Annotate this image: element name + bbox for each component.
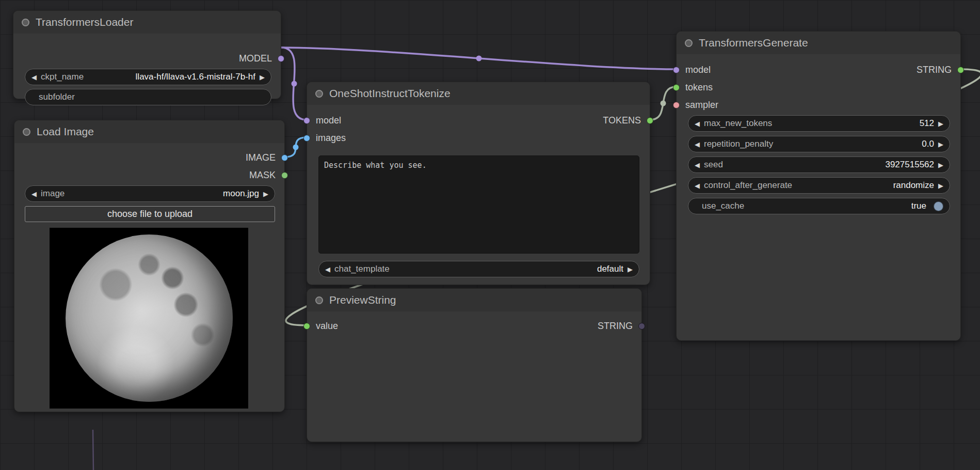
node-titlebar[interactable]: Load Image: [14, 120, 284, 143]
widget-seed[interactable]: ◀ seed 3927515562 ▶: [688, 156, 950, 173]
moon-image: [66, 234, 233, 402]
output-port-image: IMAGE: [14, 150, 284, 165]
link-midpoint-dot: [476, 56, 482, 61]
output-port-tokens: TOKENS: [307, 113, 650, 128]
output-port-model: MODEL: [13, 51, 281, 66]
collapse-dot[interactable]: [315, 296, 323, 304]
node-title: TransformersLoader: [36, 16, 133, 28]
arrow-right-icon[interactable]: ▶: [260, 73, 265, 81]
node-graph-canvas[interactable]: { "icons": { "arrow_left": "◀", "arrow_r…: [0, 0, 980, 470]
prompt-textarea[interactable]: Describe what you see.: [318, 155, 639, 254]
choose-file-button[interactable]: choose file to upload: [25, 206, 275, 222]
node-transformers-loader[interactable]: TransformersLoader MODEL ◀ ckpt_name lla…: [13, 10, 281, 99]
collapse-dot[interactable]: [315, 90, 323, 98]
widget-use-cache[interactable]: use_cache true: [688, 198, 950, 214]
node-title: TransformersGenerate: [699, 37, 808, 49]
node-load-image[interactable]: Load Image IMAGE MASK ◀ image moon.jpg ▶…: [14, 120, 285, 412]
port-dot-images-input[interactable]: [303, 135, 310, 142]
output-port-mask: MASK: [14, 167, 284, 183]
widget-control-after-generate[interactable]: ◀ control_after_generate randomize ▶: [688, 177, 950, 194]
output-port-string: STRING: [307, 318, 641, 334]
widget-ckpt-name[interactable]: ◀ ckpt_name llava-hf/llava-v1.6-mistral-…: [25, 69, 271, 85]
widget-chat-template[interactable]: ◀ chat_template default ▶: [318, 261, 639, 277]
collapse-dot[interactable]: [685, 39, 693, 47]
input-port-sampler: sampler: [677, 97, 960, 113]
widget-max-new-tokens[interactable]: ◀ max_new_tokens 512 ▶: [688, 115, 950, 132]
node-title: Load Image: [37, 126, 94, 138]
widget-repetition-penalty[interactable]: ◀ repetition_penalty 0.0 ▶: [688, 136, 950, 152]
arrow-right-icon[interactable]: ▶: [938, 120, 943, 128]
port-dot-tokens-output[interactable]: [647, 117, 653, 124]
port-dot-model-output[interactable]: [278, 55, 284, 62]
wire-stray: [93, 430, 93, 470]
arrow-right-icon[interactable]: ▶: [628, 265, 633, 273]
arrow-left-icon[interactable]: ◀: [695, 161, 700, 169]
input-port-images: images: [307, 130, 650, 146]
arrow-right-icon[interactable]: ▶: [263, 190, 268, 198]
link-midpoint-dot: [293, 145, 299, 150]
node-titlebar[interactable]: PreviewString: [307, 289, 641, 311]
node-titlebar[interactable]: OneShotInstructTokenize: [307, 82, 650, 105]
node-titlebar[interactable]: TransformersLoader: [13, 11, 281, 34]
arrow-left-icon[interactable]: ◀: [31, 73, 37, 81]
node-oneshot-instruct-tokenize[interactable]: OneShotInstructTokenize model images TOK…: [307, 82, 650, 285]
link-midpoint-dot: [661, 101, 666, 106]
arrow-left-icon[interactable]: ◀: [325, 265, 330, 273]
input-port-tokens: tokens: [677, 80, 960, 95]
node-transformers-generate[interactable]: TransformersGenerate model tokens sample…: [676, 31, 961, 341]
collapse-dot[interactable]: [22, 19, 29, 26]
arrow-right-icon[interactable]: ▶: [938, 161, 943, 169]
link-midpoint-dot: [292, 81, 297, 87]
arrow-right-icon[interactable]: ▶: [938, 140, 943, 148]
widget-image-select[interactable]: ◀ image moon.jpg ▶: [25, 185, 275, 202]
boolean-toggle-icon[interactable]: [934, 201, 943, 211]
output-port-string: STRING: [677, 62, 960, 77]
port-dot-string-output[interactable]: [957, 67, 964, 73]
node-preview-string[interactable]: PreviewString value STRING: [307, 288, 642, 442]
node-titlebar[interactable]: TransformersGenerate: [677, 32, 960, 54]
node-title: OneShotInstructTokenize: [329, 87, 451, 100]
arrow-left-icon[interactable]: ◀: [31, 190, 37, 198]
arrow-right-icon[interactable]: ▶: [938, 182, 943, 190]
port-dot-mask-output[interactable]: [281, 172, 288, 179]
port-dot-string-output[interactable]: [638, 323, 645, 330]
port-dot-tokens-input[interactable]: [673, 84, 680, 91]
port-dot-image-output[interactable]: [281, 154, 288, 161]
image-preview-moon: [50, 228, 248, 409]
collapse-dot[interactable]: [23, 128, 30, 136]
arrow-left-icon[interactable]: ◀: [695, 140, 700, 148]
widget-subfolder[interactable]: subfolder: [25, 89, 271, 105]
arrow-left-icon[interactable]: ◀: [695, 182, 700, 190]
node-title: PreviewString: [329, 294, 396, 306]
port-dot-sampler-input[interactable]: [673, 102, 680, 108]
arrow-left-icon[interactable]: ◀: [695, 120, 700, 128]
